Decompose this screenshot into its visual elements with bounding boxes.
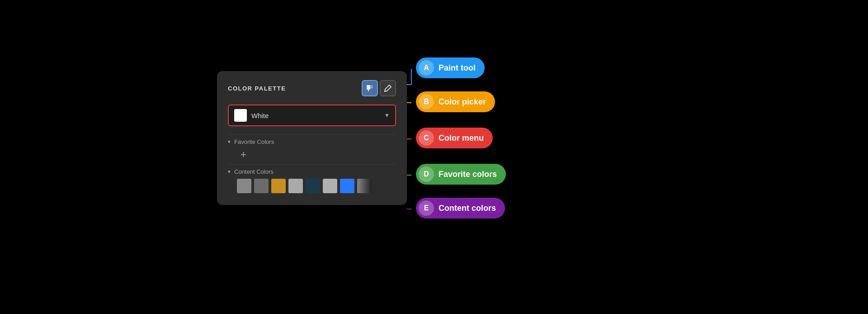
annotation-e: E Content colors <box>416 198 505 219</box>
annotation-letter-c: C <box>419 130 434 146</box>
content-colors-swatches <box>228 177 396 194</box>
paint-tool-button[interactable] <box>362 80 378 96</box>
swatch-dark-teal[interactable] <box>306 179 320 193</box>
svg-rect-0 <box>367 85 370 90</box>
annotation-label-a: Paint tool <box>439 63 476 73</box>
favorite-colors-section-header[interactable]: ▾ Favorite Colors <box>228 134 396 147</box>
swatch-gray2[interactable] <box>254 179 269 193</box>
palette-title: COLOR PALETTE <box>228 85 286 92</box>
favorite-chevron-icon: ▾ <box>228 139 231 145</box>
color-menu-dropdown[interactable]: White ▼ <box>228 105 396 126</box>
annotation-letter-b: B <box>419 94 434 109</box>
annotation-badge-b: B Color picker <box>416 91 495 112</box>
annotation-label-c: Color menu <box>439 133 484 143</box>
annotation-a: A Paint tool <box>416 57 485 78</box>
annotation-d: D Favorite colors <box>416 164 506 185</box>
annotation-label-d: Favorite colors <box>439 170 497 179</box>
annotation-badge-e: E Content colors <box>416 198 505 219</box>
swatch-gray1[interactable] <box>237 179 251 193</box>
palette-header: COLOR PALETTE <box>228 80 396 96</box>
color-picker-button[interactable] <box>380 80 396 96</box>
swatch-gold[interactable] <box>271 179 286 193</box>
main-container: COLOR PALETTE <box>217 44 579 270</box>
svg-rect-2 <box>370 86 373 86</box>
content-chevron-icon: ▾ <box>228 169 231 175</box>
content-colors-label: Content Colors <box>234 168 274 175</box>
svg-rect-3 <box>370 87 373 88</box>
swatch-blue[interactable] <box>340 179 354 193</box>
favorite-colors-label: Favorite Colors <box>234 138 274 145</box>
annotations-area: A Paint tool B Color picker C Color menu… <box>407 44 579 270</box>
annotation-letter-d: D <box>419 167 434 182</box>
dropdown-arrow-icon: ▼ <box>384 112 390 119</box>
color-palette-panel: COLOR PALETTE <box>217 71 407 205</box>
annotation-b: B Color picker <box>416 91 495 112</box>
annotation-badge-d: D Favorite colors <box>416 164 506 185</box>
add-favorite-color-button[interactable]: + <box>237 149 250 160</box>
favorite-colors-content: + <box>228 147 396 164</box>
swatch-gray3[interactable] <box>288 179 303 193</box>
annotation-badge-a: A Paint tool <box>416 57 485 78</box>
annotation-letter-e: E <box>419 200 434 216</box>
selected-color-name: White <box>251 112 380 119</box>
swatch-light-gray[interactable] <box>323 179 337 193</box>
svg-rect-1 <box>368 90 369 91</box>
annotation-letter-a: A <box>419 60 434 76</box>
svg-point-4 <box>384 90 386 92</box>
annotation-badge-c: C Color menu <box>416 128 493 148</box>
annotation-label-b: Color picker <box>439 97 486 107</box>
annotation-label-e: Content colors <box>439 204 496 213</box>
annotation-c: C Color menu <box>416 128 493 148</box>
header-buttons <box>362 80 396 96</box>
swatch-gradient[interactable] <box>357 179 372 193</box>
color-swatch-white <box>234 109 247 122</box>
content-colors-section-header[interactable]: ▾ Content Colors <box>228 164 396 177</box>
